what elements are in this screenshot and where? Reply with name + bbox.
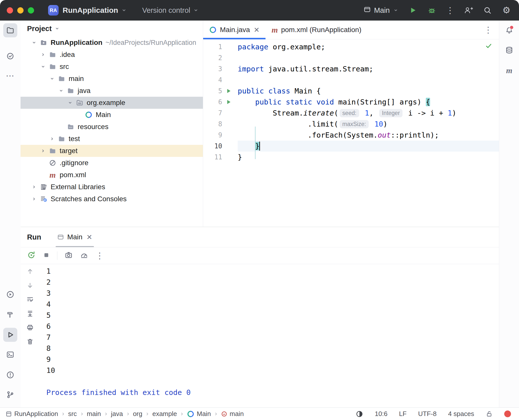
run-button[interactable] [408, 5, 418, 15]
error-indicator-icon[interactable] [504, 410, 511, 417]
gutter[interactable]: 1 [203, 41, 238, 52]
project-tool-button[interactable] [3, 23, 17, 37]
gutter[interactable]: 9 [203, 130, 238, 141]
run-tab-main[interactable]: Main ✕ [57, 227, 92, 247]
gutter[interactable]: 8 [203, 119, 238, 130]
tree-item-runapplication[interactable]: RunApplication~/IdeaProjects/RunApplicat… [21, 37, 203, 49]
build-tool-button[interactable] [3, 308, 17, 322]
code-text[interactable] [238, 74, 499, 85]
thread-dump-button[interactable] [64, 251, 73, 260]
more-tool-windows-button[interactable]: ⋯ [3, 69, 17, 83]
code-text[interactable]: package org.example; [238, 41, 499, 52]
gutter[interactable]: 5 [203, 85, 238, 96]
chevron-down-icon[interactable] [38, 64, 48, 70]
chevron-right-icon[interactable] [38, 148, 48, 154]
code-text[interactable]: Stream.iterate(seed: 1, Integer i -> i +… [238, 108, 499, 119]
breadcrumb-item-main[interactable]: mmain [221, 410, 244, 418]
breadcrumb-item-runapplication[interactable]: RunApplication [6, 410, 58, 418]
project-menu[interactable]: RunApplication [63, 6, 118, 15]
code-line-6[interactable]: 6 public static void main(String[] args)… [203, 96, 499, 108]
tree-item-test[interactable]: test [21, 133, 203, 145]
breadcrumb-item-main[interactable]: main [87, 410, 101, 418]
more-actions-button[interactable]: ⋮ [446, 6, 454, 15]
close-window-button[interactable] [7, 7, 13, 14]
run-more-options-button[interactable]: ⋮ [95, 251, 104, 260]
project-panel-header[interactable]: Project [21, 21, 203, 37]
tree-item-resources[interactable]: resources [21, 121, 203, 133]
tree-item-gitignore[interactable]: .gitignore [21, 157, 203, 169]
breadcrumb-item-example[interactable]: example [152, 410, 177, 418]
chevron-down-icon[interactable] [193, 7, 199, 14]
code-text[interactable]: import java.util.stream.Stream; [238, 63, 499, 74]
maven-tool-button[interactable]: m [502, 63, 516, 77]
code-text[interactable]: } [238, 152, 499, 163]
code-line-10[interactable]: 10 } [203, 141, 499, 152]
code-line-5[interactable]: 5public class Main { [203, 85, 499, 96]
editor-tab-main-java[interactable]: Main.java✕ [203, 21, 266, 39]
print-button[interactable] [26, 324, 34, 332]
caret-position-widget[interactable]: 10:6 [375, 410, 387, 418]
run-line-icon[interactable] [222, 88, 235, 94]
chevron-right-icon[interactable] [29, 184, 39, 190]
close-icon[interactable]: ✕ [86, 233, 92, 241]
notifications-button[interactable] [502, 23, 516, 37]
chevron-down-icon[interactable] [65, 100, 75, 106]
chevron-right-icon[interactable] [38, 52, 48, 58]
scroll-to-end-button[interactable] [26, 310, 34, 318]
close-icon[interactable]: ✕ [254, 26, 260, 34]
tree-item-java[interactable]: java [21, 85, 203, 97]
breadcrumb-item-java[interactable]: java [111, 410, 123, 418]
chevron-down-icon[interactable] [29, 40, 39, 46]
editor-tab-pom-xml-runapplication[interactable]: mpom.xml (RunApplication) [266, 21, 367, 39]
breadcrumb-item-src[interactable]: src [68, 410, 77, 418]
run-tool-button[interactable] [3, 328, 17, 342]
tree-item-main[interactable]: Main [21, 109, 203, 121]
version-control-tool-button[interactable] [3, 388, 17, 402]
breadcrumb-item-org[interactable]: org [133, 410, 143, 418]
terminal-tool-button[interactable] [3, 348, 17, 362]
soft-wrap-button[interactable] [26, 296, 34, 304]
clear-console-button[interactable] [26, 338, 34, 346]
debug-button[interactable] [427, 5, 437, 15]
commit-tool-button[interactable] [3, 49, 17, 63]
version-control-menu[interactable]: Version control [142, 6, 190, 15]
gutter[interactable]: 7 [203, 108, 238, 119]
profiler-button[interactable] [80, 251, 88, 260]
prev-occurrence-button[interactable] [26, 268, 34, 276]
stop-button[interactable] [43, 251, 50, 260]
console-output[interactable]: 12345678910 Process finished with exit c… [46, 266, 494, 407]
code-text[interactable]: .forEach(System.out::println); [238, 130, 499, 141]
gutter[interactable]: 10 [203, 141, 238, 152]
chevron-down-icon[interactable] [47, 76, 57, 82]
gutter[interactable]: 2 [203, 52, 238, 63]
gutter[interactable]: 6 [203, 96, 238, 108]
services-tool-button[interactable] [3, 287, 17, 301]
code-line-7[interactable]: 7 Stream.iterate(seed: 1, Integer i -> i… [203, 108, 499, 119]
chevron-down-icon[interactable] [121, 7, 127, 14]
chevron-right-icon[interactable] [29, 196, 39, 202]
code-line-2[interactable]: 2 [203, 52, 499, 63]
gutter[interactable]: 4 [203, 74, 238, 85]
code-text[interactable]: public class Main { [238, 85, 499, 96]
zoom-window-button[interactable] [28, 7, 34, 14]
code-text[interactable]: public static void main(String[] args) { [238, 96, 499, 108]
breadcrumb-item-main[interactable]: Main [187, 410, 211, 418]
run-line-icon[interactable] [222, 99, 235, 105]
code-text[interactable]: } [238, 141, 499, 152]
contrast-icon[interactable] [356, 410, 363, 418]
settings-gear-icon[interactable]: ⚙ [501, 5, 511, 15]
unlock-icon[interactable] [486, 410, 493, 417]
code-text[interactable] [238, 52, 499, 63]
tree-item-main[interactable]: main [21, 73, 203, 85]
code-line-4[interactable]: 4 [203, 74, 499, 85]
encoding-widget[interactable]: UTF-8 [418, 410, 437, 418]
search-everywhere-button[interactable] [482, 5, 492, 15]
tree-item-external-libraries[interactable]: External Libraries [21, 181, 203, 193]
problems-tool-button[interactable] [3, 368, 17, 382]
code-text[interactable]: .limit(maxSize: 10) [238, 119, 499, 130]
code-line-9[interactable]: 9 .forEach(System.out::println); [203, 130, 499, 141]
gutter[interactable]: 11 [203, 152, 238, 163]
code-line-3[interactable]: 3import java.util.stream.Stream; [203, 63, 499, 74]
inspections-ok-icon[interactable] [485, 42, 492, 51]
code-editor[interactable]: 1package org.example;23import java.util.… [203, 39, 499, 163]
